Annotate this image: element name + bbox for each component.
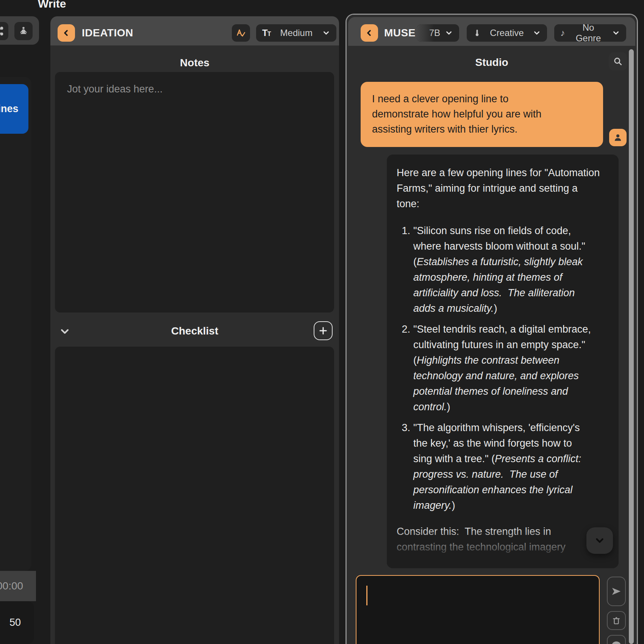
thermometer-icon <box>473 29 481 37</box>
assistant-message: Here are a few opening lines for "Automa… <box>387 155 619 568</box>
genre-dropdown[interactable]: ♪ No Genre <box>554 24 626 42</box>
counter-value: 50 <box>9 617 21 628</box>
share-button[interactable] <box>0 22 8 40</box>
music-note-icon: ♪ <box>560 28 565 38</box>
list-item-text: "The algorithm whispers, 'efficiency's t… <box>413 420 591 513</box>
person-icon <box>613 133 623 142</box>
chat-input-container <box>356 575 600 644</box>
chevron-down-icon <box>612 29 620 37</box>
zen-mode-button[interactable] <box>14 22 33 40</box>
time-label: 00:00 <box>0 580 23 592</box>
lines-label: ines <box>0 103 19 115</box>
app-window: Write ines 00:00 50 IDEATION <box>0 0 644 644</box>
counter-panel: 50 <box>0 601 34 644</box>
list-item: 3. "The algorithm whispers, 'efficiency'… <box>397 420 609 513</box>
trash-icon <box>611 616 621 625</box>
assistant-outro: Consider this: The strength lies in cont… <box>397 524 600 555</box>
user-avatar <box>609 129 627 146</box>
list-marker: 1. <box>397 223 413 316</box>
user-message: I need a clever opening line to demonstr… <box>361 82 603 147</box>
left-toolbar <box>0 16 39 45</box>
spellcheck-button[interactable] <box>232 24 250 42</box>
muse-back-button[interactable] <box>361 24 378 42</box>
ideation-panel: IDEATION TT Medium Notes Checklist Click… <box>50 16 339 644</box>
ideation-title: IDEATION <box>82 24 133 42</box>
user-message-text: I need a clever opening line to demonstr… <box>372 91 563 137</box>
font-size-dropdown[interactable]: TT Medium <box>256 24 336 42</box>
studio-title: Studio <box>347 56 637 69</box>
circle-arrow-icon <box>610 640 623 644</box>
text-size-icon: TT <box>262 28 270 38</box>
chevron-down-icon <box>322 29 330 37</box>
send-icon <box>611 586 622 597</box>
muse-body: MUSE 7B Creative ♪ No Genre Studio <box>347 15 637 644</box>
plus-icon <box>318 325 328 336</box>
assistant-intro: Here are a few opening lines for "Automa… <box>397 165 600 212</box>
chevron-down-icon <box>533 29 541 37</box>
lines-button[interactable]: ines <box>0 84 28 134</box>
chevron-left-icon <box>62 28 71 38</box>
notes-input[interactable] <box>55 72 334 313</box>
checklist-well: Click + above to add a ToDo <box>55 347 334 644</box>
spellcheck-icon <box>236 28 246 38</box>
time-strip: 00:00 <box>0 571 36 601</box>
scroll-up-button[interactable] <box>607 635 626 644</box>
list-item: 1. "Silicon suns rise on fields of code,… <box>397 223 609 316</box>
genre-value: No Genre <box>569 22 607 44</box>
ideation-back-button[interactable] <box>58 24 75 42</box>
list-item-text: "Silicon suns rise on fields of code, wh… <box>413 223 591 316</box>
list-marker: 3. <box>397 420 413 513</box>
notes-well <box>55 72 334 313</box>
send-button[interactable] <box>607 577 626 606</box>
muse-title: MUSE <box>384 24 416 42</box>
list-item-text: "Steel tendrils reach, a digital embrace… <box>413 322 591 415</box>
scrollbar-thumb[interactable] <box>629 49 634 644</box>
muse-panel: MUSE 7B Creative ♪ No Genre Studio <box>345 14 638 644</box>
chevron-left-icon <box>365 28 374 38</box>
chevron-down-icon <box>445 29 453 37</box>
delete-button[interactable] <box>607 611 626 630</box>
add-todo-button[interactable] <box>314 321 333 340</box>
meditation-icon <box>18 26 29 36</box>
list-item: 2. "Steel tendrils reach, a digital embr… <box>397 322 609 415</box>
text-caret <box>366 586 367 605</box>
chevron-down-icon <box>594 535 605 546</box>
write-tab-label: Write <box>38 0 66 10</box>
chat-input[interactable] <box>356 576 599 644</box>
search-button[interactable] <box>609 52 627 70</box>
search-icon <box>613 56 623 67</box>
notes-title: Notes <box>50 57 339 69</box>
share-icon <box>0 26 4 36</box>
checklist-title: Checklist <box>50 325 339 337</box>
font-size-value: Medium <box>280 28 313 38</box>
left-list-panel: ines <box>0 77 31 571</box>
list-marker: 2. <box>397 322 413 415</box>
temperature-dropdown[interactable]: Creative <box>467 24 547 42</box>
scroll-to-bottom-button[interactable] <box>586 527 613 554</box>
model-label-fade <box>417 24 434 42</box>
temperature-value: Creative <box>490 28 524 38</box>
model-dropdown[interactable]: 7B <box>417 24 459 42</box>
